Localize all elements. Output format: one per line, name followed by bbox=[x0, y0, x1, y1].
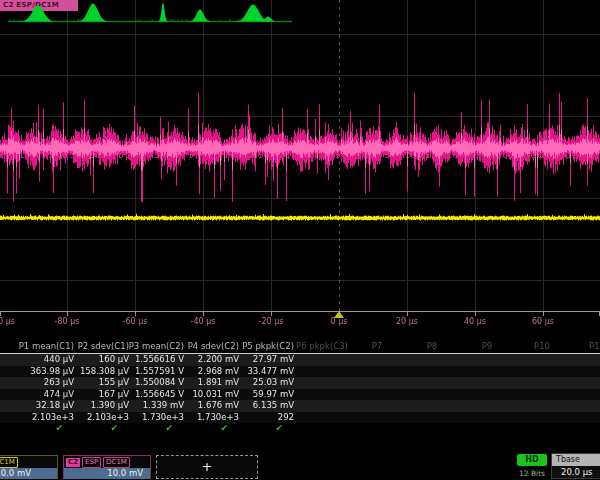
parameter-value: 2.200 mV bbox=[198, 354, 239, 366]
tbase-label: Tbase bbox=[552, 454, 600, 466]
parameter-header[interactable]: P3 mean(C2) bbox=[129, 341, 184, 351]
parameter-value: 1.550084 V bbox=[135, 377, 184, 389]
parameter-value: 25.03 mV bbox=[253, 377, 294, 389]
c2-esp-chip: ESP bbox=[82, 457, 101, 468]
parameter-value: 1.390 µV bbox=[91, 400, 129, 412]
parameter-value: 1.891 mV bbox=[198, 377, 239, 389]
time-axis-label: -40 µs bbox=[191, 317, 216, 326]
parameter-value: 2.103e+3 bbox=[32, 412, 74, 424]
parameter-value: 32.18 µV bbox=[36, 400, 74, 412]
channel-descriptor-bar: C1 DC1M 10.0 mV C2 ESP DC1M 10.0 mV + HD… bbox=[0, 453, 600, 480]
parameter-header-inactive[interactable]: P10 bbox=[534, 341, 550, 351]
parameter-value: 2.968 mV bbox=[198, 366, 239, 378]
status-ok-icon: ✔ bbox=[275, 423, 283, 433]
table-row bbox=[0, 354, 600, 366]
parameter-value: 160 µV bbox=[99, 354, 129, 366]
time-axis-label: -100 µs bbox=[0, 317, 15, 326]
parameter-value: 33.477 mV bbox=[247, 366, 294, 378]
c1-chip-row: C1 DC1M bbox=[0, 456, 57, 468]
c2-channel-tag: C2 bbox=[66, 458, 80, 467]
parameter-value: 10.031 mV bbox=[192, 389, 239, 401]
parameter-histicons bbox=[0, 0, 600, 26]
parameter-value: 440 µV bbox=[44, 354, 74, 366]
parameter-value: 167 µV bbox=[99, 389, 129, 401]
parameter-header[interactable]: P1 mean(C1) bbox=[19, 341, 74, 351]
parameter-header[interactable]: P2 sdev(C1) bbox=[78, 341, 129, 351]
parameter-value: 59.97 mV bbox=[253, 389, 294, 401]
parameter-value: 363.98 µV bbox=[30, 366, 74, 378]
channel-descriptor-c1[interactable]: C1 DC1M 10.0 mV bbox=[0, 455, 58, 479]
parameter-value: 6.135 mV bbox=[253, 400, 294, 412]
parameter-value: 1.556616 V bbox=[135, 354, 184, 366]
parameter-value: 1.557591 V bbox=[135, 366, 184, 378]
parameter-value: 27.97 mV bbox=[253, 354, 294, 366]
timebase-descriptor[interactable]: Tbase 20.0 µs bbox=[551, 453, 600, 479]
c2-coupling-chip: DC1M bbox=[103, 457, 130, 468]
measurement-table: P1 mean(C1)440 µV363.98 µV263 µV474 µV32… bbox=[0, 340, 600, 435]
parameter-header-inactive[interactable]: P11 bbox=[589, 341, 600, 351]
parameter-value: 1.730e+3 bbox=[142, 412, 184, 424]
parameter-value: 474 µV bbox=[44, 389, 74, 401]
parameter-value: 158.308 µV bbox=[80, 366, 129, 378]
status-ok-icon: ✔ bbox=[110, 423, 118, 433]
parameter-value: 1.676 mV bbox=[198, 400, 239, 412]
time-axis-label: 0 µs bbox=[331, 317, 348, 326]
parameter-value: 1.730e+3 bbox=[197, 412, 239, 424]
add-trace-button[interactable]: + bbox=[156, 455, 258, 479]
table-row bbox=[0, 389, 600, 401]
parameter-header-inactive[interactable]: P6 pkpk(C3) bbox=[296, 341, 348, 351]
parameter-header-inactive[interactable]: P9 bbox=[482, 341, 493, 351]
parameter-value: 1.339 mV bbox=[143, 400, 184, 412]
hd-mode-badge[interactable]: HD bbox=[517, 454, 547, 466]
parameter-value: 155 µV bbox=[99, 377, 129, 389]
trigger-position-marker[interactable] bbox=[334, 311, 344, 318]
channel-descriptor-c2[interactable]: C2 ESP DC1M 10.0 mV bbox=[63, 455, 151, 479]
c1-coupling-chip: DC1M bbox=[0, 457, 18, 468]
time-axis: -100 µs-80 µs-60 µs-40 µs-20 µs0 µs20 µs… bbox=[0, 317, 600, 330]
parameter-header[interactable]: P4 sdev(C2) bbox=[188, 341, 239, 351]
time-axis-label: -20 µs bbox=[259, 317, 284, 326]
parameter-value: 1.556645 V bbox=[135, 389, 184, 401]
parameter-value: 292 bbox=[278, 412, 294, 424]
waveform-plot-area[interactable] bbox=[0, 0, 600, 318]
parameter-header[interactable]: P5 pkpk(C2) bbox=[242, 341, 294, 351]
parameter-header-inactive[interactable]: P8 bbox=[427, 341, 438, 351]
c2-scale-value: 10.0 mV bbox=[64, 468, 150, 479]
parameter-header-inactive[interactable]: P7 bbox=[372, 341, 383, 351]
time-axis-label: 60 µs bbox=[532, 317, 554, 326]
time-axis-label: -60 µs bbox=[123, 317, 148, 326]
tbase-value: 20.0 µs bbox=[552, 466, 600, 478]
oscilloscope-screen: C2 ESP/DC1M -100 µs-80 µs-60 µs-40 µs-20… bbox=[0, 0, 600, 480]
parameter-value: 263 µV bbox=[44, 377, 74, 389]
c1-scale-value: 10.0 mV bbox=[0, 468, 57, 479]
plus-icon: + bbox=[202, 459, 213, 474]
adc-bits-label: 12 Bits bbox=[515, 469, 549, 478]
c2-chip-row: C2 ESP DC1M bbox=[64, 456, 150, 468]
status-ok-icon: ✔ bbox=[55, 423, 63, 433]
time-axis-label: -80 µs bbox=[55, 317, 80, 326]
status-ok-icon: ✔ bbox=[220, 423, 228, 433]
parameter-value: 2.103e+3 bbox=[87, 412, 129, 424]
time-axis-label: 40 µs bbox=[464, 317, 486, 326]
table-row bbox=[0, 377, 600, 389]
time-axis-label: 20 µs bbox=[396, 317, 418, 326]
status-ok-icon: ✔ bbox=[165, 423, 173, 433]
